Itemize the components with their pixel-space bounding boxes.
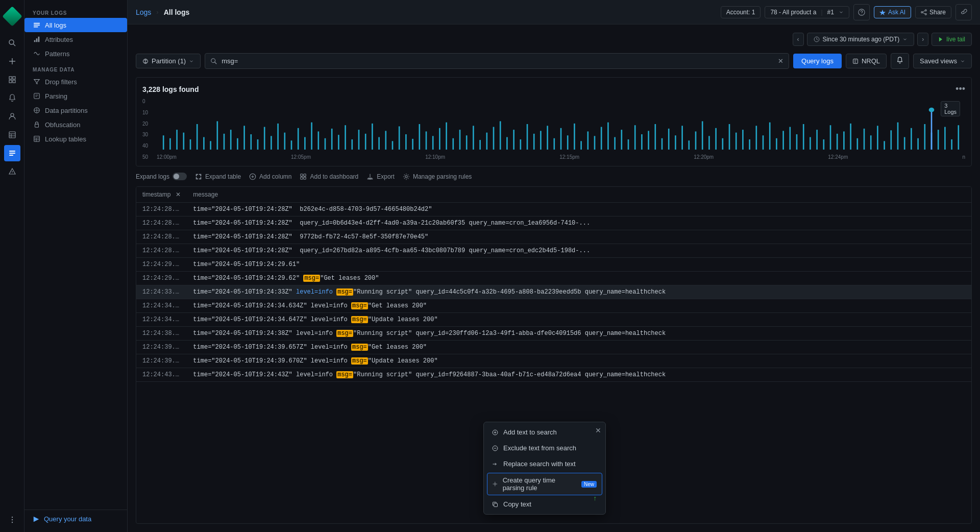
page-title: All logs [164,8,190,16]
add-column-button[interactable]: Add column [249,173,291,180]
tooltip-value: 3 [944,103,947,109]
table-row[interactable]: 12:24:34.636 time="2024-05-10T19:24:34.6… [136,299,971,313]
app-logo [0,4,24,29]
add-dashboard-button[interactable]: Add to dashboard [300,173,358,180]
sidebar-item-parsing[interactable]: Parsing [24,89,127,103]
saved-views-button[interactable]: Saved views [913,54,972,68]
time-prev-button[interactable]: ‹ [793,33,804,46]
new-badge: New [581,481,597,488]
msg-highlight: msg= [336,288,353,296]
expand-logs-toggle[interactable]: Expand logs [136,173,187,180]
table-row[interactable]: 12:24:28.632 time="2024-05-10T19:24:28Z"… [136,216,971,230]
nav-grid-icon[interactable] [4,71,20,88]
cell-message: time="2024-05-10T19:24:33Z" level=info m… [187,285,971,299]
query-your-data-bottom[interactable]: Query your data [24,510,127,528]
cell-message: time="2024-05-10T19:24:29.61" [187,258,971,272]
ask-ai-button[interactable]: Ask AI [874,6,911,18]
time-range-button[interactable]: Since 30 minutes ago (PDT) [807,33,915,46]
live-tail-button[interactable]: live tail [932,33,972,46]
sidebar-item-drop-filters[interactable]: Drop filters [24,75,127,89]
workspace-selector[interactable]: 78 - All product a | #1 [765,6,849,18]
table-row[interactable]: 12:24:39.670 time="2024-05-10T19:24:39.6… [136,354,971,368]
cell-timestamp: 12:24:28.633 [136,244,187,258]
sidebar-item-lookup-tables[interactable]: Lookup tables [24,132,127,146]
nav-logs-icon[interactable] [4,145,20,161]
sidebar-item-data-partitions[interactable]: Data partitions [24,103,127,117]
patterns-icon [33,50,41,58]
table-row[interactable]: 12:24:28.633 time="2024-05-10T19:24:28Z"… [136,230,971,244]
table-row[interactable]: 12:24:28.631 time="2024-05-10T19:24:28Z"… [136,203,971,216]
sidebar-section-your-logs: YOUR LOGS [24,4,127,18]
table-row[interactable]: 12:24:43.482 time="2024-05-10T19:24:43Z"… [136,368,971,382]
drop-filters-icon [33,78,41,86]
search-input[interactable] [222,54,774,68]
context-menu-close[interactable]: ✕ [595,426,601,434]
sidebar-item-all-logs[interactable]: All logs [24,18,127,32]
add-column-icon [249,173,256,180]
cell-timestamp: 12:24:28.633 [136,230,187,244]
breadcrumb-logs[interactable]: Logs [136,8,151,16]
context-copy-text[interactable]: Copy text [484,496,605,512]
svg-rect-13 [9,151,15,152]
nav-more-icon[interactable] [4,512,20,528]
svg-rect-27 [34,93,40,99]
nav-alerts-icon[interactable] [4,163,20,180]
table-toolbar: Expand logs Expand table Add column Add … [136,171,972,182]
partition-button[interactable]: Partition (1) [136,54,201,68]
table-row[interactable]: 12:24:29.613 time="2024-05-10T19:24:29.6… [136,258,971,272]
time-next-button[interactable]: › [917,33,928,46]
nav-search-icon[interactable] [4,35,20,51]
cell-message: time="2024-05-10T19:24:34.647Z" level=in… [187,313,971,327]
search-clear-button[interactable]: ✕ [778,57,783,65]
col-timestamp-remove[interactable]: ✕ [176,191,181,198]
share-icon [921,9,927,15]
table-row[interactable]: 12:24:33.482 time="2024-05-10T19:24:33Z"… [136,285,971,299]
svg-rect-175 [301,174,303,176]
add-text-icon [492,429,498,436]
saved-views-chevron-icon [960,59,965,64]
manage-parsing-button[interactable]: Manage parsing rules [403,173,472,180]
account-selector[interactable]: Account: 1 [721,6,761,18]
msg-highlight: msg= [351,302,368,309]
table-row[interactable]: 12:24:39.658 time="2024-05-10T19:24:39.6… [136,341,971,354]
nrql-button[interactable]: NRQL [846,54,887,68]
share-button[interactable]: Share [915,6,951,18]
sidebar-item-obfuscation[interactable]: Obfuscation [24,117,127,132]
nav-plus-icon[interactable] [4,53,20,69]
context-create-rule[interactable]: Create query time parsing rule New ↑ [487,473,602,495]
svg-marker-46 [939,37,942,42]
sidebar-item-attributes[interactable]: Attributes [24,32,127,46]
svg-rect-26 [38,37,40,42]
copy-text-icon [492,501,498,507]
table-row[interactable]: 12:24:34.648 time="2024-05-10T19:24:34.6… [136,313,971,327]
svg-rect-32 [34,136,40,142]
svg-rect-31 [35,124,39,127]
table-row[interactable]: 12:24:29.625 time="2024-05-10T19:24:29.6… [136,272,971,285]
msg-highlight: msg= [336,371,353,378]
expand-table-button[interactable]: Expand table [195,173,241,180]
svg-point-42 [925,13,926,15]
context-add-text[interactable]: Add text to search [484,424,605,440]
context-replace-text[interactable]: Replace search with text [484,456,605,472]
chart-wrap: 50403020100 [142,99,965,160]
link-button[interactable] [955,4,972,20]
time-chevron-icon [902,37,908,42]
expand-toggle[interactable] [173,173,187,180]
context-exclude-text[interactable]: Exclude text from search [484,440,605,456]
add-text-label: Add text to search [503,428,557,436]
alert-bell-button[interactable] [891,53,909,69]
query-logs-button[interactable]: Query logs [793,54,842,68]
table-row[interactable]: 12:24:38.481 time="2024-05-10T19:24:38Z"… [136,327,971,341]
cell-timestamp: 12:24:29.613 [136,258,187,272]
nav-person-icon[interactable] [4,108,20,125]
help-button[interactable] [853,4,870,20]
table-row[interactable]: 12:24:28.633 time="2024-05-10T19:24:28Z"… [136,244,971,258]
nav-bell-icon[interactable] [4,90,20,106]
nav-table-icon[interactable] [4,127,20,143]
svg-point-37 [859,9,865,15]
chart-more-button[interactable]: ••• [955,84,965,94]
export-button[interactable]: Export [366,173,395,180]
sidebar-item-patterns[interactable]: Patterns [24,46,127,61]
svg-point-171 [929,108,935,112]
all-logs-label: All logs [45,21,66,29]
